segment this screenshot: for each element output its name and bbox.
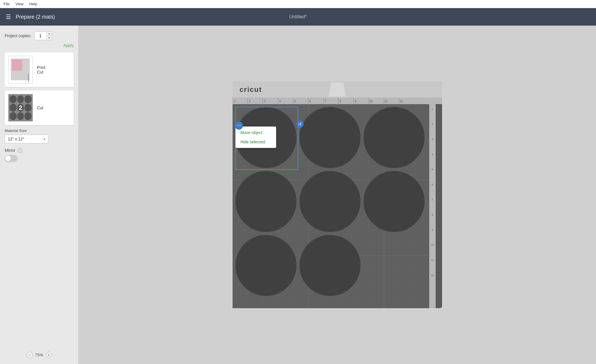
zoom-bar: − 75% +	[26, 352, 52, 358]
mat1-thumbnail	[8, 56, 33, 83]
svg-text:4: 4	[279, 100, 281, 103]
copies-input[interactable]	[35, 32, 46, 39]
context-menu: Move object Hide selected	[235, 126, 276, 148]
svg-text:12: 12	[400, 100, 403, 103]
thumb2-circle-6	[24, 104, 31, 112]
svg-text:12: 12	[431, 274, 434, 277]
menu-view[interactable]: View	[15, 2, 24, 6]
svg-text:10: 10	[369, 100, 373, 103]
menubar: File View Help	[0, 0, 596, 8]
mat2-number: 2	[19, 104, 22, 112]
cricut-logo: cricut	[240, 85, 262, 94]
mirror-toggle[interactable]	[5, 155, 17, 162]
menu-help[interactable]: Help	[29, 2, 37, 6]
svg-text:9: 9	[432, 229, 433, 231]
mat2-label: Cut	[37, 106, 43, 110]
thumb2-circle-3	[24, 95, 31, 103]
svg-text:8: 8	[340, 100, 341, 103]
svg-text:1: 1	[234, 100, 235, 103]
svg-text:5: 5	[294, 100, 296, 103]
hamburger-menu-icon[interactable]: ☰	[6, 13, 11, 20]
zoom-in-button[interactable]: +	[46, 352, 52, 358]
svg-point-29	[363, 107, 425, 168]
svg-text:11: 11	[431, 259, 434, 262]
svg-rect-36	[429, 104, 436, 308]
svg-point-34	[299, 235, 361, 296]
mirror-label: Mirror	[5, 148, 15, 153]
svg-text:4: 4	[432, 153, 433, 156]
cricut-mat-wrapper: ··· ↺ Move object Hide selected cricut	[233, 81, 442, 308]
zoom-out-button[interactable]: −	[26, 352, 33, 358]
svg-text:8: 8	[432, 213, 433, 216]
svg-text:5: 5	[432, 168, 433, 171]
material-size-arrow-icon: ▾	[44, 138, 45, 141]
svg-point-28	[299, 107, 361, 168]
svg-point-32	[363, 171, 425, 232]
svg-text:3: 3	[264, 100, 266, 103]
svg-point-30	[235, 171, 297, 232]
copies-down-arrow[interactable]: ▼	[47, 36, 52, 40]
svg-text:3: 3	[432, 138, 433, 141]
mat2-thumbnail: 2	[8, 94, 33, 122]
mat1-needle	[28, 74, 29, 82]
thumb2-circle-4	[10, 104, 17, 112]
thumb2-circle-8	[17, 112, 24, 120]
svg-text:1: 1	[432, 108, 433, 110]
project-copies-row: Project copies: ▲ ▼	[5, 31, 74, 40]
mat1-label-line1: Print	[37, 65, 45, 70]
canvas-area: ··· ↺ Move object Hide selected cricut	[79, 26, 596, 364]
svg-point-33	[235, 235, 297, 296]
project-copies-label: Project copies:	[5, 33, 31, 38]
apply-button[interactable]: Apply	[5, 43, 74, 48]
svg-point-31	[299, 171, 361, 232]
cricut-mat: cricut 1 2 3 4	[233, 81, 442, 308]
app-header: ☰ Prepare (2 mats) Untitled*	[0, 8, 596, 26]
mat1-card: Print Cut	[5, 52, 74, 87]
ruler-right: 1 2 3 4 5 6 7 8 9 10 11 12	[429, 104, 436, 308]
rotate-handle[interactable]: ↺	[297, 121, 304, 128]
context-menu-move-object[interactable]: Move object	[236, 128, 276, 137]
svg-text:10: 10	[431, 244, 434, 247]
mat1-thumb-bg	[8, 56, 33, 83]
ruler-right-svg: 1 2 3 4 5 6 7 8 9 10 11 12	[429, 104, 436, 308]
svg-text:7: 7	[324, 100, 326, 103]
svg-text:6: 6	[432, 183, 433, 186]
svg-text:11: 11	[384, 100, 388, 103]
thumb2-circle-1	[10, 95, 17, 103]
material-size-select[interactable]: 12" x 12" ▾	[5, 135, 48, 143]
ruler-top-svg: 1 2 3 4 5 6 7 8	[233, 98, 442, 104]
copies-up-arrow[interactable]: ▲	[47, 32, 52, 36]
menu-file[interactable]: File	[3, 2, 10, 6]
mirror-toggle-knob	[5, 156, 11, 161]
material-size-value: 12" x 12"	[8, 137, 44, 141]
mat1-label: Print Cut	[37, 65, 45, 74]
sidebar: Project copies: ▲ ▼ Apply Print	[0, 26, 79, 364]
ruler-top: 1 2 3 4 5 6 7 8	[233, 98, 442, 104]
context-menu-hide-selected[interactable]: Hide selected	[236, 137, 276, 147]
thumb2-circle-2	[17, 95, 24, 103]
material-size-label: Material Size	[5, 129, 74, 133]
object-action-button[interactable]: ···	[235, 122, 243, 130]
document-title: Untitled*	[289, 14, 307, 19]
mat1-label-line2: Cut	[37, 70, 45, 74]
copies-arrows: ▲ ▼	[46, 32, 52, 40]
mat-handle	[329, 83, 346, 97]
thumb2-circle-9	[24, 112, 31, 120]
svg-text:2: 2	[432, 123, 433, 126]
svg-text:6: 6	[309, 100, 311, 103]
copies-input-wrap: ▲ ▼	[34, 31, 52, 40]
svg-text:9: 9	[355, 100, 356, 103]
svg-text:7: 7	[432, 198, 433, 201]
mirror-row: Mirror i	[5, 148, 74, 153]
svg-text:2: 2	[249, 100, 251, 103]
page-title: Prepare (2 mats)	[16, 14, 55, 20]
main-layout: Project copies: ▲ ▼ Apply Print	[0, 26, 596, 364]
mirror-info-icon[interactable]: i	[18, 148, 22, 153]
thumb2-circle-7	[10, 112, 17, 120]
mat1-pink-shape	[12, 60, 22, 71]
mat2-card: 2 Cut	[5, 90, 74, 125]
mat-header: cricut	[233, 81, 442, 98]
zoom-level: 75%	[35, 353, 43, 357]
